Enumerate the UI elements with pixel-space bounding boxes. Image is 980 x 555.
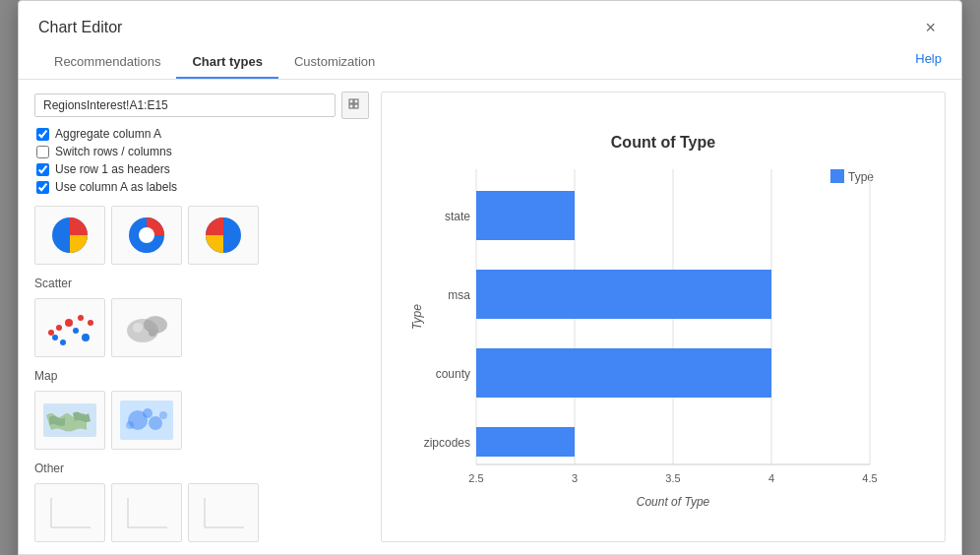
checkboxes: Aggregate column A Switch rows / columns… (34, 127, 369, 194)
bar-county (476, 348, 771, 398)
tab-customization[interactable]: Customization (278, 46, 391, 79)
checkbox-use-row-headers: Use row 1 as headers (36, 162, 369, 176)
svg-text:4: 4 (768, 472, 774, 484)
svg-text:zipcodes: zipcodes (424, 436, 470, 450)
svg-point-13 (78, 315, 84, 321)
svg-text:4.5: 4.5 (862, 472, 877, 484)
scatter-thumb-2[interactable] (111, 298, 182, 357)
svg-text:state: state (445, 210, 470, 223)
scatter-thumbnails-row (34, 298, 369, 357)
svg-point-14 (60, 339, 66, 345)
checkbox-aggregate-input[interactable] (36, 128, 49, 141)
dialog-body: Aggregate column A Switch rows / columns… (19, 80, 961, 554)
map-thumb-2[interactable] (111, 391, 182, 450)
svg-rect-0 (349, 99, 353, 103)
tabs-left: Recommendations Chart types Customizatio… (38, 46, 391, 79)
data-range-row (34, 92, 369, 119)
other-thumbnails-row (34, 483, 369, 542)
svg-point-25 (143, 408, 153, 418)
checkbox-aggregate: Aggregate column A (36, 127, 369, 141)
svg-point-6 (139, 227, 154, 243)
section-scatter-label: Scatter (34, 277, 369, 290)
bar-msa (476, 270, 771, 319)
svg-point-10 (52, 335, 58, 340)
svg-point-9 (56, 325, 62, 331)
tab-recommendations[interactable]: Recommendations (38, 46, 176, 79)
other-thumb-2[interactable] (111, 483, 182, 542)
other-thumb-3[interactable] (188, 483, 259, 542)
checkbox-use-row-headers-label: Use row 1 as headers (55, 162, 170, 176)
bar-zipcodes (476, 427, 575, 457)
tabs-bar: Recommendations Chart types Customizatio… (19, 38, 961, 80)
checkbox-use-col-labels-label: Use column A as labels (55, 180, 177, 194)
svg-point-19 (133, 323, 143, 333)
svg-point-16 (88, 320, 93, 326)
svg-point-24 (149, 416, 162, 430)
pie-thumb-1[interactable] (34, 206, 105, 265)
svg-rect-1 (354, 99, 358, 103)
dialog-header: Chart Editor × (19, 1, 961, 38)
svg-text:Type: Type (410, 304, 424, 330)
svg-rect-2 (349, 104, 353, 108)
svg-point-15 (82, 334, 90, 341)
checkbox-switch-rows-label: Switch rows / columns (55, 145, 172, 158)
svg-text:county: county (436, 367, 470, 381)
section-other-label: Other (34, 462, 369, 475)
svg-point-11 (65, 319, 73, 327)
checkbox-use-row-headers-input[interactable] (36, 163, 49, 176)
svg-point-8 (48, 330, 54, 336)
map-thumbnails-row (34, 391, 369, 450)
pie-thumb-2[interactable] (111, 206, 182, 265)
left-panel: Aggregate column A Switch rows / columns… (34, 92, 369, 542)
svg-point-20 (149, 329, 156, 337)
help-link[interactable]: Help (915, 51, 942, 74)
dialog-title: Chart Editor (38, 19, 122, 36)
bar-state (476, 191, 575, 240)
chart-editor-dialog: Chart Editor × Recommendations Chart typ… (18, 0, 962, 555)
svg-point-26 (126, 421, 134, 429)
checkbox-aggregate-label: Aggregate column A (55, 127, 161, 141)
svg-text:msa: msa (448, 288, 470, 302)
section-map-label: Map (34, 369, 369, 383)
close-button[interactable]: × (919, 17, 942, 38)
svg-text:3.5: 3.5 (665, 472, 680, 484)
svg-rect-34 (830, 169, 844, 183)
svg-point-12 (73, 328, 79, 334)
map-thumb-1[interactable] (34, 391, 105, 450)
pie-thumbnails-row (34, 206, 369, 265)
grid-icon-button[interactable] (341, 92, 369, 119)
svg-point-27 (159, 411, 167, 419)
pie-thumb-3[interactable] (188, 206, 259, 265)
chart-title: Count of Type (611, 134, 715, 151)
checkbox-switch-rows: Switch rows / columns (36, 145, 369, 158)
tab-chart-types[interactable]: Chart types (176, 46, 278, 79)
data-range-input[interactable] (34, 93, 336, 117)
svg-text:3: 3 (572, 472, 578, 484)
grid-icon (348, 98, 362, 112)
chart-svg: Count of Type Type (398, 108, 929, 525)
other-thumb-1[interactable] (34, 483, 105, 542)
checkbox-use-col-labels: Use column A as labels (36, 180, 369, 194)
right-panel: Count of Type Type (381, 92, 946, 542)
svg-text:Count of Type: Count of Type (637, 495, 710, 509)
scatter-thumb-1[interactable] (34, 298, 105, 357)
checkbox-use-col-labels-input[interactable] (36, 181, 49, 194)
checkbox-switch-rows-input[interactable] (36, 146, 49, 158)
svg-rect-3 (354, 104, 358, 108)
svg-text:2.5: 2.5 (468, 472, 483, 484)
